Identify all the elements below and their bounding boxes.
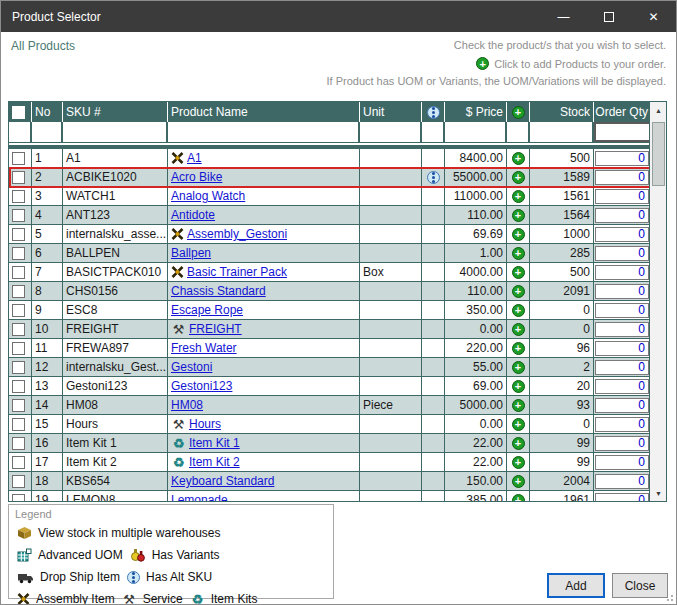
row-checkbox[interactable]	[9, 453, 32, 471]
resize-grip[interactable]	[665, 593, 673, 601]
order-qty-input[interactable]: 0	[595, 417, 649, 432]
order-qty-input[interactable]: 0	[595, 227, 649, 242]
row-checkbox-box[interactable]	[12, 399, 25, 412]
column-header-sku[interactable]: SKU #	[63, 102, 168, 122]
row-checkbox-box[interactable]	[12, 437, 25, 450]
green-plus-icon[interactable]: +	[512, 171, 525, 184]
order-qty-input[interactable]: 0	[595, 360, 649, 375]
vertical-scrollbar[interactable]: ▲ ▼	[649, 102, 666, 501]
row-checkbox-box[interactable]	[12, 380, 25, 393]
row-checkbox[interactable]	[9, 244, 32, 262]
product-name-link[interactable]: Assembly_Gestoni	[187, 227, 287, 241]
row-checkbox-box[interactable]	[12, 456, 25, 469]
row-checkbox[interactable]	[9, 320, 32, 338]
row-checkbox[interactable]	[9, 282, 32, 300]
row-checkbox[interactable]	[9, 358, 32, 376]
product-name-link[interactable]: Gestoni	[171, 360, 212, 374]
green-plus-icon[interactable]: +	[512, 228, 525, 241]
column-header-price[interactable]: $ Price	[445, 102, 507, 122]
row-checkbox-box[interactable]	[12, 209, 25, 222]
green-plus-icon[interactable]: +	[512, 494, 525, 502]
green-plus-icon[interactable]: +	[512, 456, 525, 469]
row-checkbox-box[interactable]	[12, 171, 25, 184]
product-name-link[interactable]: Antidote	[171, 208, 215, 222]
order-qty-input[interactable]: 0	[595, 246, 649, 261]
select-all-checkbox[interactable]	[9, 102, 32, 122]
maximize-icon[interactable]	[586, 1, 631, 32]
all-products-link[interactable]: All Products	[11, 39, 75, 53]
row-checkbox[interactable]	[9, 377, 32, 395]
column-header-qty[interactable]: Order Qty	[594, 102, 651, 122]
row-checkbox-box[interactable]	[12, 266, 25, 279]
row-checkbox[interactable]	[9, 187, 32, 205]
order-qty-input[interactable]: 0	[595, 303, 649, 318]
scroll-down-icon[interactable]: ▼	[651, 485, 666, 501]
column-header-unit[interactable]: Unit	[360, 102, 422, 122]
column-header-name[interactable]: Product Name	[168, 102, 360, 122]
order-qty-input[interactable]: 0	[595, 189, 649, 204]
row-checkbox[interactable]	[9, 472, 32, 490]
row-checkbox[interactable]	[9, 206, 32, 224]
close-button[interactable]: Close	[612, 573, 668, 598]
row-checkbox-box[interactable]	[12, 247, 25, 260]
row-checkbox-box[interactable]	[12, 323, 25, 336]
order-qty-input[interactable]: 0	[595, 398, 649, 413]
row-checkbox[interactable]	[9, 168, 32, 186]
order-qty-input[interactable]: 0	[595, 322, 649, 337]
green-plus-icon[interactable]: +	[512, 247, 525, 260]
row-checkbox-box[interactable]	[12, 152, 25, 165]
order-qty-input[interactable]: 0	[595, 341, 649, 356]
row-checkbox[interactable]	[9, 339, 32, 357]
product-name-link[interactable]: Acro Bike	[171, 170, 222, 184]
scrollbar-thumb[interactable]	[652, 122, 665, 186]
order-qty-input[interactable]: 0	[595, 436, 649, 451]
filter-input-stock[interactable]	[530, 122, 594, 142]
product-name-link[interactable]: Chassis Standard	[171, 284, 266, 298]
row-checkbox[interactable]	[9, 396, 32, 414]
green-plus-icon[interactable]: +	[512, 399, 525, 412]
column-header-no[interactable]: No	[32, 102, 63, 122]
green-plus-icon[interactable]: +	[512, 209, 525, 222]
order-qty-input[interactable]: 0	[595, 151, 649, 166]
product-name-link[interactable]: HM08	[171, 398, 203, 412]
scroll-up-icon[interactable]: ▲	[651, 102, 666, 118]
green-plus-icon[interactable]: +	[512, 266, 525, 279]
product-name-link[interactable]: Analog Watch	[171, 189, 245, 203]
order-qty-input[interactable]: 0	[595, 455, 649, 470]
order-qty-input[interactable]: 0	[595, 265, 649, 280]
green-plus-icon[interactable]: +	[512, 380, 525, 393]
column-header-stock[interactable]: Stock	[530, 102, 594, 122]
filter-input-check[interactable]	[9, 122, 32, 142]
product-name-link[interactable]: FREIGHT	[189, 322, 242, 336]
product-name-link[interactable]: Escape Rope	[171, 303, 243, 317]
filter-input-sku[interactable]	[63, 122, 168, 142]
row-checkbox-box[interactable]	[12, 228, 25, 241]
order-qty-input[interactable]: 0	[595, 170, 649, 185]
row-checkbox[interactable]	[9, 415, 32, 433]
row-checkbox[interactable]	[9, 301, 32, 319]
row-checkbox[interactable]	[9, 263, 32, 281]
order-qty-input[interactable]: 0	[595, 208, 649, 223]
product-name-link[interactable]: Hours	[189, 417, 221, 431]
product-name-link[interactable]: Ballpen	[171, 246, 211, 260]
order-qty-input[interactable]: 0	[595, 493, 649, 502]
column-header-add[interactable]: +	[507, 102, 530, 122]
row-checkbox-box[interactable]	[12, 418, 25, 431]
filter-input-altsku[interactable]	[422, 122, 445, 142]
green-plus-icon[interactable]: +	[512, 323, 525, 336]
green-plus-icon[interactable]: +	[512, 152, 525, 165]
add-button[interactable]: Add	[547, 573, 605, 598]
row-checkbox-box[interactable]	[12, 494, 25, 502]
filter-input-qty[interactable]	[594, 122, 651, 142]
select-all-checkbox-box[interactable]	[12, 106, 25, 119]
product-name-link[interactable]: Item Kit 2	[189, 455, 240, 469]
row-checkbox-box[interactable]	[12, 475, 25, 488]
filter-input-unit[interactable]	[360, 122, 422, 142]
product-name-link[interactable]: Gestoni123	[171, 379, 232, 393]
product-name-link[interactable]: Lemonade	[171, 493, 228, 501]
filter-input-price[interactable]	[445, 122, 507, 142]
order-qty-input[interactable]: 0	[595, 284, 649, 299]
row-checkbox-box[interactable]	[12, 304, 25, 317]
close-icon[interactable]: ✕	[631, 1, 676, 32]
green-plus-icon[interactable]: +	[512, 190, 525, 203]
